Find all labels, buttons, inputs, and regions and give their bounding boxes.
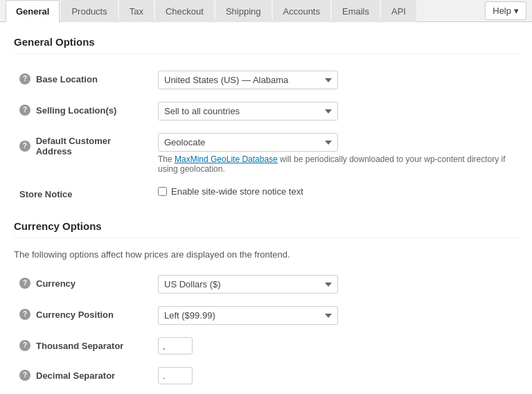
store-notice-label: Store Notice xyxy=(19,189,73,199)
currency-select[interactable]: US Dollars ($) Euros (€) British Pounds … xyxy=(158,275,338,294)
thousand-sep-help-icon[interactable]: ? xyxy=(19,340,30,351)
currency-position-select[interactable]: Left ($99.99) Right (99.99$) Left with s… xyxy=(158,306,338,325)
main-content: General Options ? Base Location United S… xyxy=(0,22,532,394)
selling-location-help-icon[interactable]: ? xyxy=(19,105,30,116)
tab-api[interactable]: API xyxy=(381,0,416,22)
help-button[interactable]: Help ▾ xyxy=(485,1,526,20)
currency-options-title: Currency Options xyxy=(14,220,518,238)
store-notice-checkbox[interactable] xyxy=(158,187,167,196)
maxmind-link[interactable]: MaxMind GeoLite Database xyxy=(175,154,278,164)
currency-label: Currency xyxy=(36,278,76,289)
general-options-table: ? Base Location United States (US) — Ala… xyxy=(14,65,518,206)
tab-checkout[interactable]: Checkout xyxy=(155,0,214,22)
currency-position-label: Currency Position xyxy=(36,310,114,320)
tab-tax[interactable]: Tax xyxy=(119,0,154,22)
tab-emails[interactable]: Emails xyxy=(332,0,380,22)
decimal-sep-label: Decimal Separator xyxy=(36,370,115,381)
general-options-title: General Options xyxy=(14,36,518,54)
tab-products[interactable]: Products xyxy=(61,0,117,22)
tab-shipping[interactable]: Shipping xyxy=(215,0,272,22)
base-location-help-icon[interactable]: ? xyxy=(19,73,30,84)
selling-location-label: Selling Location(s) xyxy=(36,105,116,116)
decimal-sep-help-icon[interactable]: ? xyxy=(19,370,30,381)
store-notice-checkbox-text: Enable site-wide store notice text xyxy=(171,186,303,197)
geo-notice: The MaxMind GeoLite Database will be per… xyxy=(158,154,513,174)
default-address-select[interactable]: Geolocate Shop base address No address xyxy=(158,133,338,152)
thousand-sep-label: Thousand Separator xyxy=(36,341,123,351)
currency-options-subtitle: The following options affect how prices … xyxy=(14,249,518,260)
base-location-select[interactable]: United States (US) — Alabama United Stat… xyxy=(158,71,338,89)
tab-general[interactable]: General xyxy=(6,0,60,22)
currency-options-table: ? Currency US Dollars ($) Euros (€) Brit… xyxy=(14,269,518,394)
currency-position-help-icon[interactable]: ? xyxy=(19,309,30,320)
chevron-down-icon: ▾ xyxy=(514,6,519,16)
tabs-bar: General Products Tax Checkout Shipping A… xyxy=(0,0,532,22)
selling-location-select[interactable]: Sell to all countries Sell to specific c… xyxy=(158,102,338,120)
thousand-sep-input[interactable] xyxy=(158,337,193,355)
default-address-label: Default Customer Address xyxy=(36,136,147,156)
decimal-sep-input[interactable] xyxy=(158,367,193,384)
currency-help-icon[interactable]: ? xyxy=(19,278,30,289)
default-address-help-icon[interactable]: ? xyxy=(19,141,30,152)
store-notice-checkbox-label[interactable]: Enable site-wide store notice text xyxy=(158,186,303,197)
help-label: Help xyxy=(493,6,511,16)
base-location-label: Base Location xyxy=(36,74,98,84)
tab-accounts[interactable]: Accounts xyxy=(273,0,330,22)
